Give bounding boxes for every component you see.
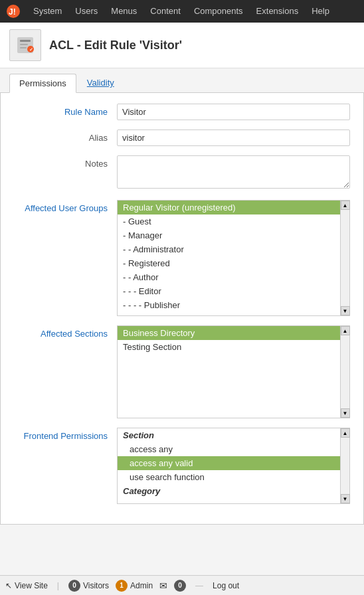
rule-name-input[interactable]	[117, 104, 350, 120]
page-icon: ✓	[9, 29, 41, 61]
svg-rect-4	[20, 44, 28, 45]
list-item[interactable]: - Manager	[118, 228, 340, 242]
tab-validity[interactable]: Validity	[78, 74, 124, 92]
user-groups-label: Affected User Groups	[14, 200, 117, 213]
status-bar: ↖ View Site | 0 Visitors 1 Admin ✉ 0 — L…	[0, 575, 364, 595]
permissions-item[interactable]: access any valid	[118, 456, 340, 470]
permissions-listbox[interactable]: Sectionaccess anyaccess any validuse sea…	[117, 428, 341, 504]
list-item[interactable]: Regular Visitor (unregistered)	[118, 201, 340, 214]
user-groups-listbox[interactable]: Regular Visitor (unregistered)- Guest- M…	[117, 200, 341, 316]
messages-count-badge: 0	[174, 580, 186, 592]
sections-scrollbar: ▲ ▼	[341, 325, 350, 418]
list-item[interactable]: Business Directory	[118, 326, 340, 340]
rule-name-row: Rule Name	[14, 104, 350, 120]
logout-link[interactable]: Log out	[213, 581, 239, 590]
permissions-section-header: Category	[118, 484, 340, 498]
view-site-label: View Site	[15, 581, 48, 590]
tabs-container: Permissions Validity	[0, 68, 364, 93]
svg-rect-3	[20, 40, 31, 42]
permissions-item[interactable]: access any	[118, 498, 340, 504]
list-item[interactable]: - - Author	[118, 270, 340, 284]
svg-text:✓: ✓	[29, 47, 33, 52]
top-navigation: J! System Users Menus Content Components…	[0, 0, 364, 23]
permissions-item[interactable]: use search function	[118, 470, 340, 484]
nav-help[interactable]: Help	[305, 0, 336, 23]
rule-name-control	[117, 104, 350, 120]
admin-count-badge: 1	[116, 580, 128, 592]
list-item[interactable]: - - Administrator	[118, 242, 340, 256]
nav-system[interactable]: System	[27, 0, 68, 23]
permissions-scrollbar: ▲ ▼	[341, 428, 350, 504]
admin-badge: 1 Admin	[116, 580, 153, 592]
visitors-count-badge: 0	[68, 580, 80, 592]
permissions-listbox-wrapper: Sectionaccess anyaccess any validuse sea…	[117, 428, 350, 504]
user-groups-listbox-wrapper: Regular Visitor (unregistered)- Guest- M…	[117, 200, 350, 316]
sections-label: Affected Sections	[14, 325, 117, 339]
joomla-logo: J!	[4, 3, 23, 19]
tab-permissions[interactable]: Permissions	[9, 74, 76, 93]
sections-scroll-up-btn[interactable]: ▲	[341, 326, 350, 335]
mail-icon[interactable]: ✉	[159, 580, 167, 591]
alias-control	[117, 129, 350, 146]
permissions-item[interactable]: access any	[118, 442, 340, 456]
permissions-scroll-up-btn[interactable]: ▲	[341, 428, 350, 438]
scroll-down-btn[interactable]: ▼	[341, 306, 350, 315]
divider-1: |	[57, 581, 59, 590]
sections-listbox-wrapper: Business DirectoryTesting Section ▲ ▼	[117, 325, 350, 418]
sections-listbox[interactable]: Business DirectoryTesting Section	[117, 325, 341, 418]
alias-label: Alias	[14, 129, 117, 143]
frontend-permissions-row: Frontend Permissions Sectionaccess anyac…	[14, 428, 350, 504]
permissions-scroll-down-btn[interactable]: ▼	[341, 494, 350, 503]
sections-row: Affected Sections Business DirectoryTest…	[14, 325, 350, 418]
list-item[interactable]: Testing Section	[118, 340, 340, 354]
frontend-permissions-label: Frontend Permissions	[14, 428, 117, 441]
logout-label: Log out	[213, 581, 239, 590]
arrow-left-icon: ↖	[5, 581, 12, 590]
list-item[interactable]: - Registered	[118, 256, 340, 270]
frontend-permissions-control: Sectionaccess anyaccess any validuse sea…	[117, 428, 350, 504]
user-groups-scrollbar: ▲ ▼	[341, 200, 350, 316]
rule-name-label: Rule Name	[14, 104, 117, 117]
messages-badge: 0	[174, 580, 186, 592]
sections-scroll-down-btn[interactable]: ▼	[341, 408, 350, 418]
visitors-badge: 0 Visitors	[68, 580, 109, 592]
scroll-up-btn[interactable]: ▲	[341, 201, 350, 210]
page-header: ✓ ACL - Edit Rule 'Visitor'	[0, 23, 364, 68]
nav-users[interactable]: Users	[68, 0, 104, 23]
user-groups-control: Regular Visitor (unregistered)- Guest- M…	[117, 200, 350, 316]
notes-label: Notes	[14, 155, 117, 169]
list-item[interactable]: - - - - Publisher	[118, 298, 340, 312]
notes-textarea[interactable]	[117, 155, 350, 189]
user-groups-row: Affected User Groups Regular Visitor (un…	[14, 200, 350, 316]
list-item[interactable]: - Super Users	[118, 312, 340, 316]
nav-content[interactable]: Content	[143, 0, 187, 23]
divider-2: —	[195, 581, 203, 590]
page-title: ACL - Edit Rule 'Visitor'	[49, 39, 182, 52]
admin-label: Admin	[130, 581, 153, 590]
notes-row: Notes	[14, 155, 350, 191]
sections-control: Business DirectoryTesting Section ▲ ▼	[117, 325, 350, 418]
permissions-section-header: Section	[118, 428, 340, 442]
nav-extensions[interactable]: Extensions	[250, 0, 306, 23]
list-item[interactable]: - Guest	[118, 214, 340, 228]
svg-text:J!: J!	[9, 7, 16, 17]
nav-components[interactable]: Components	[187, 0, 250, 23]
list-item[interactable]: - - - Editor	[118, 284, 340, 298]
visitors-label: Visitors	[83, 581, 109, 590]
alias-input[interactable]	[117, 129, 350, 146]
alias-row: Alias	[14, 129, 350, 146]
notes-control	[117, 155, 350, 191]
nav-menus[interactable]: Menus	[104, 0, 143, 23]
svg-rect-5	[20, 47, 27, 48]
view-site-link[interactable]: ↖ View Site	[5, 581, 48, 590]
form-area: Rule Name Alias Notes Affected User Grou…	[0, 93, 364, 525]
